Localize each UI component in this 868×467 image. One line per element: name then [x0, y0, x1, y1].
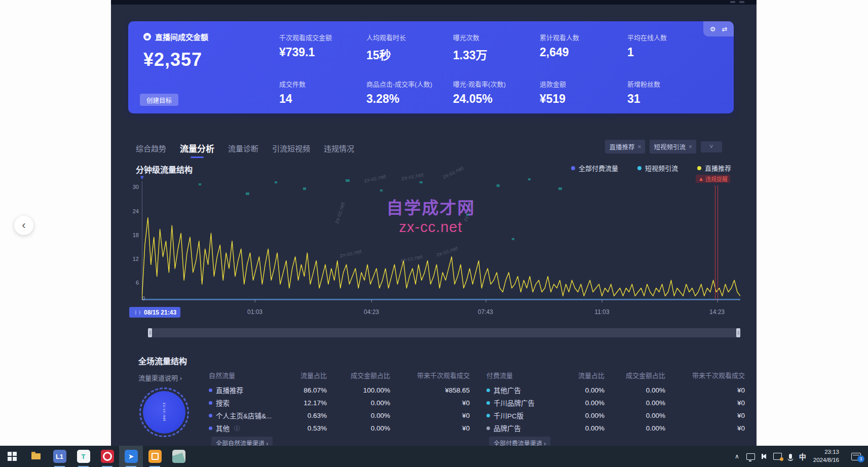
arrow-right-icon: › [266, 440, 268, 446]
network-display-icon[interactable] [746, 453, 755, 460]
metric-label: 人均观看时长 [366, 32, 406, 42]
legend-label: 短视频引流 [645, 163, 678, 173]
taskbar-app-notes[interactable] [167, 446, 191, 467]
series-dot [486, 414, 490, 417]
legend-dot [571, 166, 575, 170]
cell-value: 0.63% [281, 412, 327, 419]
taskbar-app-docs[interactable]: T [71, 446, 95, 467]
cell-value: 0.00% [339, 424, 390, 432]
metric-cell: 曝光-观看率(次数) 24.05% [453, 79, 506, 106]
cell-value: 86.07% [281, 386, 327, 394]
cell-value: ¥0 [404, 399, 470, 407]
minute-traffic-chart[interactable]: 30 24 18 12 6 0 ▼ ▲ 违规提醒 自学成才网 zx-cc.net… [142, 178, 740, 306]
metric-label: 商品点击-成交率(人数) [366, 79, 432, 89]
notes-app-icon [172, 450, 185, 463]
metric-cell: 成交件数 14 [279, 79, 306, 106]
slider-handle-left[interactable] [148, 328, 152, 337]
violation-annotation[interactable]: ▲ 违规提醒 [696, 175, 730, 183]
table-row: 搜索 12.17% 0.00% ¥0 [209, 398, 470, 408]
swap-icon[interactable]: ⇄ [722, 26, 727, 32]
metric-label: 曝光次数 [453, 32, 487, 42]
all-natural-channels-link[interactable]: 全部自然流量渠道 › [211, 437, 273, 446]
cell-value: 0.00% [559, 424, 605, 432]
series-live-recommend-line [142, 218, 740, 300]
tray-chevron-icon[interactable]: ∧ [735, 453, 739, 460]
legend-live-recommend[interactable]: 直播推荐 [697, 163, 731, 173]
column-header: 付费流量 [486, 370, 513, 380]
y-tick: 12 [129, 256, 139, 262]
cell-value: 0.53% [281, 424, 327, 432]
table-row: 品牌广告 0.00% 0.00% ¥0 [486, 423, 745, 433]
cell-value: 0.00% [615, 412, 665, 419]
taskbar-app-orange[interactable] [143, 446, 167, 467]
microphone-icon[interactable] [789, 454, 792, 459]
tab-short-video[interactable]: 引流短视频 [272, 143, 310, 153]
metric-value: 31 [627, 92, 660, 106]
close-icon[interactable]: × [689, 143, 692, 150]
panel-tools: ⚙ ⇄ [703, 21, 734, 36]
create-goal-button[interactable]: 创建目标 [140, 94, 178, 106]
filter-dropdown[interactable]: ˅ [701, 141, 722, 152]
metric-label: 千次观看成交金额 [279, 32, 332, 42]
notification-center-icon[interactable]: 3 [851, 453, 861, 460]
info-icon[interactable]: ⓘ [234, 424, 240, 432]
tab-traffic-analysis[interactable]: 流量分析 [180, 142, 214, 154]
analysis-tabs: 综合趋势 流量分析 流量诊断 引流短视频 违规情况 直播推荐 × 短视频引流 ×… [136, 140, 736, 156]
titlebar [111, 0, 757, 5]
filter-chip-live-recommend[interactable]: 直播推荐 × [605, 140, 645, 153]
chip-label: 直播推荐 [609, 142, 634, 151]
all-paid-channels-link[interactable]: 全部付费流量渠道 › [489, 437, 550, 446]
taskbar-app-l1[interactable]: L1 [48, 446, 71, 467]
cell-value: ¥0 [679, 424, 745, 432]
main-metric-label: 直播间成交金额 [155, 31, 208, 42]
gear-icon[interactable]: ⚙ [710, 26, 716, 32]
taskbar-app-browser[interactable] [95, 446, 119, 467]
metric-label: 成交件数 [279, 79, 306, 89]
metric-value: 2,649 [540, 46, 579, 59]
tab-overall-trend[interactable]: 综合趋势 [136, 143, 166, 153]
filter-chip-short-video[interactable]: 短视频引流 × [650, 140, 696, 153]
metric-cell: 退款金额 ¥519 [540, 79, 566, 106]
tab-violations[interactable]: 违规情况 [324, 143, 354, 153]
x-tick: 01:03 [240, 308, 270, 316]
slider-handle-right[interactable] [736, 328, 740, 337]
start-button[interactable] [0, 446, 24, 467]
column-header: 带来千次观看成交 [679, 370, 745, 380]
start-time-label: 08/15 21:43 [144, 309, 176, 316]
column-header: 自然流量 [209, 370, 235, 380]
chart-range-slider[interactable] [148, 328, 740, 337]
table-row: 其他广告 0.00% 0.00% ¥0 [486, 385, 745, 395]
channel-note-link[interactable]: 流量渠道说明 › [138, 373, 182, 382]
row-label: 直播推荐 [216, 385, 243, 395]
taskbar-app-pointer-active[interactable]: ➤ [119, 446, 143, 467]
pointer-app-icon: ➤ [125, 450, 138, 463]
column-header: 成交金额占比 [339, 370, 390, 380]
volume-icon[interactable] [762, 454, 766, 459]
metric-label: 平均在线人数 [627, 32, 667, 42]
tab-traffic-diagnosis[interactable]: 流量诊断 [228, 143, 258, 153]
screenshot-icon[interactable] [773, 453, 782, 460]
chip-label: 短视频引流 [654, 142, 686, 151]
warning-icon: ▲ [698, 176, 704, 182]
page-back-button[interactable]: ‹ [14, 216, 33, 235]
y-tick: 24 [129, 208, 139, 214]
ime-indicator[interactable]: 中 [799, 451, 806, 461]
column-header: 流量占比 [559, 370, 605, 380]
metric-value: 14 [279, 92, 306, 106]
metric-value: 24.05% [453, 92, 506, 106]
metric-value: ¥519 [540, 92, 566, 106]
legend-paid-traffic[interactable]: 全部付费流量 [571, 163, 618, 173]
legend-short-video[interactable]: 短视频引流 [637, 163, 678, 173]
main-metric-value: ¥2,357 [143, 49, 208, 70]
x-tick: 11:03 [587, 308, 617, 316]
taskbar-file-explorer[interactable] [24, 446, 48, 467]
folder-icon [31, 453, 41, 459]
metric-cell: 新增粉丝数 31 [627, 79, 660, 106]
notification-badge: 3 [857, 455, 864, 462]
time-range-start-chip[interactable]: ⋮⋮ 08/15 21:43 [129, 307, 180, 318]
tray-clock[interactable]: 23:13 2024/8/16 [813, 448, 839, 464]
windows-taskbar: L1 T ➤ ∧ 中 23:13 2024/8/16 3 [0, 446, 868, 467]
y-tick: 18 [129, 232, 139, 238]
close-icon[interactable]: × [637, 143, 641, 150]
traffic-donut-chart[interactable]: zx-cc.net [139, 387, 189, 437]
